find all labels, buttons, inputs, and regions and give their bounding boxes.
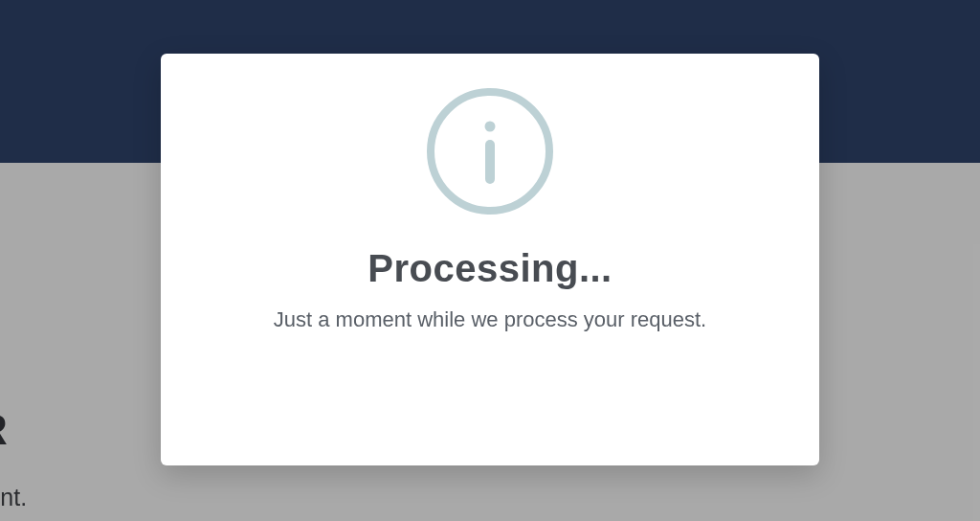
svg-rect-2 <box>485 140 495 184</box>
page-root: R Please verify your account. GET RID OF… <box>0 0 980 521</box>
modal-title: Processing... <box>368 247 612 290</box>
processing-modal: Processing... Just a moment while we pro… <box>161 54 819 465</box>
modal-overlay: Processing... Just a moment while we pro… <box>0 0 980 521</box>
info-icon <box>423 84 557 222</box>
modal-message: Just a moment while we process your requ… <box>274 307 706 332</box>
svg-point-1 <box>485 122 496 132</box>
